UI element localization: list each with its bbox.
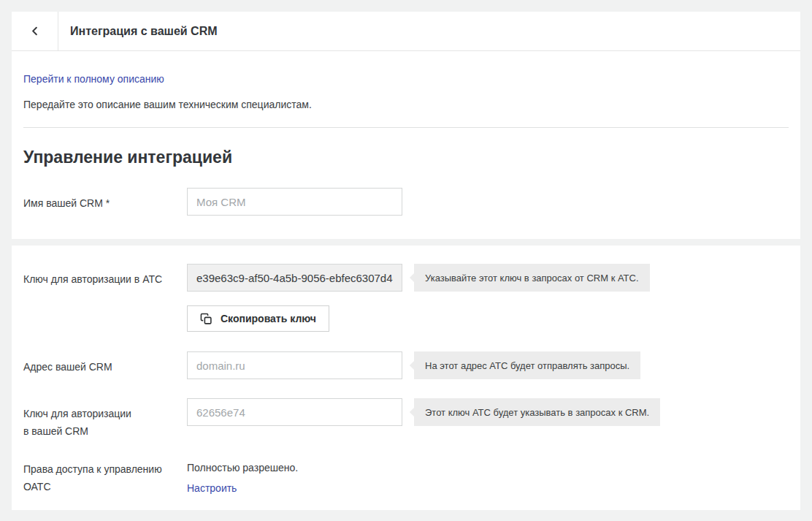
crm-address-input[interactable] [187,351,402,379]
chevron-left-icon [28,24,42,38]
crm-address-label: Адрес вашей CRM [23,351,177,376]
oats-permissions-row: Права доступа к управлению ОАТС Полность… [23,460,789,496]
ats-key-hint: Указывайте этот ключ в запросах от CRM к… [414,264,650,292]
full-description-link[interactable]: Перейти к полному описанию [23,72,164,87]
ats-key-input[interactable] [187,264,402,292]
ats-key-label: Ключ для авторизации в АТС [23,264,177,288]
page-title: Интеграция с вашей CRM [58,12,218,50]
oats-permissions-value: Полностью разрешено. Настроить [187,460,298,496]
intro-note: Передайте это описание вашим техническим… [23,97,789,113]
copy-key-button[interactable]: Скопировать ключ [187,305,329,332]
back-button[interactable] [12,12,58,50]
crm-key-input[interactable] [187,398,402,426]
crm-key-row: Ключ для авторизации в вашей CRM Этот кл… [23,398,789,440]
section-title: Управление интеграцией [23,145,789,169]
intro-section: Перейти к полному описанию Передайте это… [12,51,800,239]
crm-name-row: Имя вашей CRM * [23,188,789,216]
page-header: Интеграция с вашей CRM [12,12,800,51]
copy-key-row: Скопировать ключ [23,305,789,332]
copy-key-button-label: Скопировать ключ [221,313,316,324]
section-divider [23,127,789,128]
crm-key-hint: Этот ключ АТС будет указывать в запросах… [414,398,660,426]
integration-card: Интеграция с вашей CRM Перейти к полному… [12,12,800,239]
crm-name-label: Имя вашей CRM * [23,188,177,212]
integration-keys-card: Ключ для авторизации в АТС Указывайте эт… [12,246,800,510]
oats-permissions-status: Полностью разрешено. [187,460,298,476]
crm-address-row: Адрес вашей CRM На этот адрес АТС будет … [23,351,789,379]
ats-key-row: Ключ для авторизации в АТС Указывайте эт… [23,264,789,292]
oats-permissions-label: Права доступа к управлению ОАТС [23,460,177,495]
crm-key-label: Ключ для авторизации в вашей CRM [23,398,177,440]
copy-icon [200,313,212,325]
configure-permissions-link[interactable]: Настроить [187,481,237,496]
crm-name-input[interactable] [187,188,402,216]
crm-address-hint: На этот адрес АТС будет отправлять запро… [414,351,640,379]
